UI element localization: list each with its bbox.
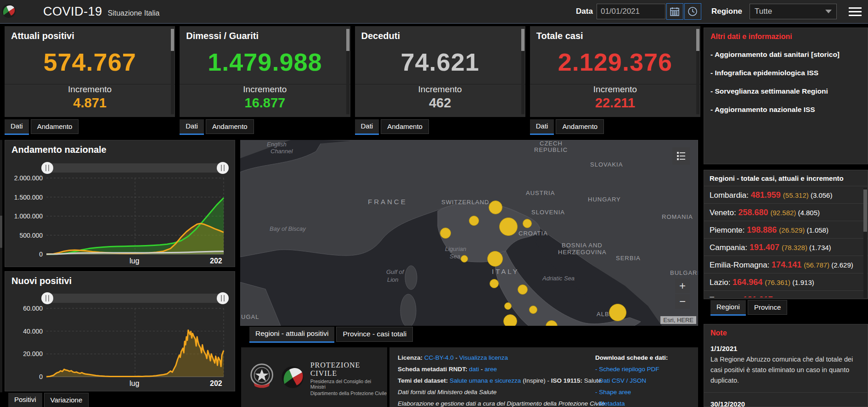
range-slider-track[interactable] xyxy=(46,294,224,303)
range-slider-handle-right[interactable] xyxy=(217,292,229,304)
downloads-title: Download schede e dati: xyxy=(595,352,696,363)
map-label-lion: Lion xyxy=(387,276,399,283)
download-link[interactable]: - Schede riepilogo PDF xyxy=(595,363,696,375)
tab-dati[interactable]: Dati xyxy=(530,119,554,135)
increment-label: Incremento xyxy=(5,84,175,95)
card-scrollbar-thumb[interactable] xyxy=(696,29,699,51)
left-scrollbar[interactable] xyxy=(0,140,2,392)
region-bubble-1[interactable] xyxy=(469,216,479,226)
layers-icon[interactable] xyxy=(672,147,690,165)
altri-dati-link[interactable]: - Sorveglianza settimanale Regioni xyxy=(710,87,861,96)
card-dimessi-guariti: Dimessi / Guariti1.479.988Incremento16.8… xyxy=(180,26,350,117)
footer-text: (Inspire) - xyxy=(521,377,551,384)
map-tab-regioni-attuali-positivi[interactable]: Regioni - attuali positivi xyxy=(249,327,334,343)
tab-andamento[interactable]: Andamento xyxy=(556,119,604,134)
date-input[interactable] xyxy=(597,4,665,19)
map-label-slovenia: SLOVENIA xyxy=(531,209,565,216)
region-incremento: (3.056) xyxy=(811,191,833,199)
card-scrollbar-thumb[interactable] xyxy=(346,29,349,51)
nuovi-tab-variazione[interactable]: Variazione xyxy=(44,393,89,407)
map-label-english: English xyxy=(267,141,287,148)
stat-cards-row: Attuali positivi574.767Incremento4.871Da… xyxy=(5,26,700,135)
footer-link[interactable]: Salute umana e sicurezza xyxy=(450,377,521,384)
zoom-out-button[interactable]: − xyxy=(675,294,690,309)
region-select[interactable]: Tutte xyxy=(750,4,837,19)
footer-info-box: Licenza: CC-BY-4.0 - Visualizza licenzaS… xyxy=(389,347,698,407)
header-controls: Data Regi xyxy=(576,3,862,20)
calendar-button[interactable] xyxy=(666,3,683,20)
time-button[interactable] xyxy=(684,3,701,20)
nuovi-positivi-chart[interactable]: 020.00040.00060.000lug202 xyxy=(10,290,229,389)
region-bubble-13[interactable] xyxy=(609,304,626,321)
map-label-france: FRANCE xyxy=(368,198,407,206)
download-link[interactable]: - Dati CSV / JSON xyxy=(595,375,696,386)
region-bubble-6[interactable] xyxy=(487,251,503,267)
footer-link[interactable]: Visualizza licenza xyxy=(459,354,508,361)
region-bubble-8[interactable] xyxy=(518,284,528,295)
footer-text: Dati forniti dal Ministero della Salute xyxy=(398,389,496,396)
range-slider-handle-left[interactable] xyxy=(41,292,53,304)
map-label-switzerland: SWITZERLAND xyxy=(441,199,489,206)
svg-text:2.000.000: 2.000.000 xyxy=(14,174,43,182)
zoom-in-button[interactable]: + xyxy=(675,279,690,293)
map-basemap xyxy=(240,140,698,326)
region-attuali: (56.787) xyxy=(804,261,831,269)
protezione-civile-logo-icon xyxy=(0,2,17,21)
map-label-ligurian: Ligurian xyxy=(445,245,466,252)
altri-dati-title: Altri dati e informazioni xyxy=(710,33,861,41)
card-tabs: DatiAndamento xyxy=(5,119,175,135)
map-label-republic: REPUBLIC xyxy=(534,146,568,153)
region-attuali: (78.328) xyxy=(782,244,809,251)
region-incremento: (4.805) xyxy=(798,209,820,217)
download-link[interactable]: - Metadata xyxy=(595,398,696,407)
range-slider-handle-right[interactable] xyxy=(217,162,229,174)
region-bubble-3[interactable] xyxy=(523,219,532,228)
regioni-tab-regioni[interactable]: Regioni xyxy=(710,300,746,316)
region-bubble-10[interactable] xyxy=(503,314,517,326)
region-name: Lazio: xyxy=(710,278,733,287)
footer-link[interactable]: aree xyxy=(485,366,497,373)
regioni-tab-province[interactable]: Province xyxy=(748,300,787,315)
tab-andamento[interactable]: Andamento xyxy=(381,119,429,134)
range-slider-handle-left[interactable] xyxy=(41,162,53,174)
card-scrollbar-thumb[interactable] xyxy=(171,29,174,51)
card-scrollbar-thumb[interactable] xyxy=(521,29,524,51)
map-label-austria: AUSTRIA xyxy=(526,190,555,196)
italy-map[interactable]: EnglishChannelCZECHREPUBLICSLOVAKIAAUSTR… xyxy=(240,140,698,326)
download-link[interactable]: - Shape aree xyxy=(595,386,696,398)
region-bubble-4[interactable] xyxy=(440,228,451,239)
map-tab-province-casi-totali[interactable]: Province - casi totali xyxy=(336,327,413,342)
footer-link[interactable]: CC-BY-4.0 xyxy=(424,354,454,361)
footer-link[interactable]: dati xyxy=(469,366,479,373)
page-subtitle: Situazione Italia xyxy=(108,9,160,17)
footer-text: - xyxy=(479,366,485,373)
region-incremento: (2.629) xyxy=(831,261,853,269)
altri-dati-link[interactable]: - Aggiornamento dati sanitari [storico] xyxy=(710,50,861,59)
date-label: Data xyxy=(576,7,593,16)
card-cell: Totale casi2.129.376Incremento22.211Dati… xyxy=(530,26,700,135)
tab-andamento[interactable]: Andamento xyxy=(206,119,254,134)
range-slider-track[interactable] xyxy=(46,163,224,173)
region-bubble-7[interactable] xyxy=(490,279,499,288)
altri-dati-link[interactable]: - Aggiornamento nazionale ISS xyxy=(710,105,861,114)
nuovi-tab-positivi[interactable]: Positivi xyxy=(8,393,42,407)
tab-dati[interactable]: Dati xyxy=(355,119,379,135)
altri-dati-link[interactable]: - Infografica epidemiologica ISS xyxy=(710,68,861,78)
org-line2: Dipartimento della Protezione Civile xyxy=(310,390,387,396)
map-label-slovakia: SLOVAKIA xyxy=(590,161,623,168)
tab-dati[interactable]: Dati xyxy=(5,119,29,135)
region-bubble-5[interactable] xyxy=(461,255,468,262)
region-attuali: (92.582) xyxy=(770,209,798,217)
region-bubble-11[interactable] xyxy=(529,306,537,314)
region-bubble-2[interactable] xyxy=(499,217,518,236)
tab-andamento[interactable]: Andamento xyxy=(31,119,79,134)
region-bubble-0[interactable] xyxy=(489,201,502,214)
regioni-scrollbar[interactable] xyxy=(863,188,867,298)
andamento-chart[interactable]: 0500.0001.000.0001.500.0002.000.000lug20… xyxy=(10,160,229,266)
card-value: 1.479.988 xyxy=(180,48,350,76)
region-bubble-9[interactable] xyxy=(504,302,512,310)
page-title: COVID-19 xyxy=(43,5,102,19)
tab-dati[interactable]: Dati xyxy=(180,119,204,135)
menu-icon[interactable] xyxy=(849,5,862,18)
map-label-herzegovina: HERZEGOVINA xyxy=(558,249,607,256)
